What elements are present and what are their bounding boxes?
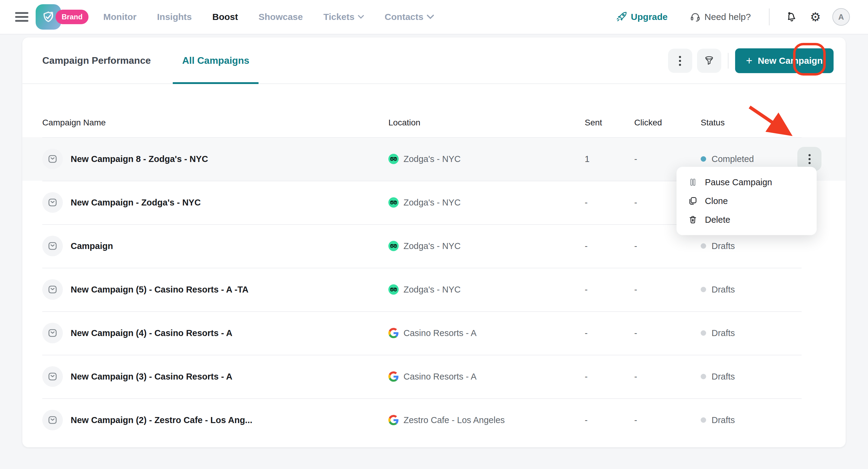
campaign-name: New Campaign (2) - Zestro Cafe - Los Ang… [71,415,252,425]
status-cell: Drafts [701,415,794,425]
location-label: Zodga's - NYC [403,241,461,251]
column-campaign-name: Campaign Name [42,118,389,127]
clicked-value: - [634,241,701,251]
hamburger-menu-icon[interactable] [15,12,28,22]
campaign-envelope-icon [42,149,63,169]
campaign-name: New Campaign 8 - Zodga's - NYC [71,154,208,164]
tab-all-campaigns[interactable]: All Campaigns [182,37,249,83]
clicked-value: - [634,154,701,164]
status-label: Drafts [712,415,735,425]
sent-value: - [585,285,634,295]
campaign-name: New Campaign (5) - Casino Resorts - A -T… [71,285,249,295]
column-status: Status [701,118,794,127]
status-label: Drafts [712,328,735,338]
rocket-icon [616,11,627,23]
tab-campaign-performance[interactable]: Campaign Performance [42,37,151,83]
campaign-envelope-icon [42,366,63,387]
location-label: Casino Resorts - A [403,328,476,338]
sent-value: - [585,372,634,382]
user-avatar[interactable]: A [832,8,850,26]
campaign-envelope-icon [42,410,63,430]
chevron-down-icon [427,14,434,20]
table-row[interactable]: New Campaign (4) - Casino Resorts - A Ca… [22,311,846,355]
table-row[interactable]: New Campaign (3) - Casino Resorts - A Ca… [22,355,846,398]
status-dot-icon [701,243,706,249]
campaign-envelope-icon [42,192,63,213]
row-context-menu: Pause Campaign Clone Delete [677,167,817,235]
context-menu-item[interactable]: Pause Campaign [677,173,817,192]
clicked-value: - [634,285,701,295]
status-cell: Drafts [701,285,794,295]
status-label: Drafts [712,372,735,382]
context-menu-item-label: Delete [705,215,730,225]
location-label: Zodga's - NYC [403,198,461,208]
clicked-value: - [634,372,701,382]
context-menu-item-label: Pause Campaign [705,177,772,187]
status-dot-icon [701,330,706,336]
headset-icon [689,11,701,23]
nav-item-contacts[interactable]: Contacts [385,12,434,22]
campaign-name: Campaign [71,241,113,251]
campaign-name: New Campaign - Zodga's - NYC [71,198,201,208]
toolbar-divider [728,53,728,68]
filter-button[interactable] [697,49,721,73]
nav-item-monitor[interactable]: Monitor [103,12,136,22]
campaign-envelope-icon [42,279,63,300]
nav-item-insights[interactable]: Insights [157,12,192,22]
pause-icon [687,177,698,188]
clicked-value: - [634,328,701,338]
nav-item-showcase[interactable]: Showcase [258,12,303,22]
google-icon [389,328,399,338]
sent-value: - [585,328,634,338]
status-dot-icon [701,374,706,379]
context-menu-item-label: Clone [705,196,728,206]
location-label: Zodga's - NYC [403,154,461,164]
sent-value: - [585,241,634,251]
tripadvisor-icon [389,241,399,251]
tripadvisor-icon [389,197,399,208]
kebab-icon [808,154,811,164]
upgrade-link[interactable]: Upgrade [616,11,668,23]
table-row[interactable]: New Campaign (2) - Zestro Cafe - Los Ang… [22,398,846,442]
table-header: Campaign Name Location Sent Clicked Stat… [22,84,846,137]
status-dot-icon [701,417,706,423]
nav-item-boost[interactable]: Boost [212,12,238,22]
tripadvisor-icon [389,154,399,164]
column-clicked: Clicked [634,118,701,127]
card-toolbar: + New Campaign [668,48,834,73]
column-sent: Sent [585,118,634,127]
context-menu-item[interactable]: Delete [677,210,817,229]
brand-badge: Brand [56,10,89,24]
campaigns-card: Campaign Performance All Campaigns + New… [22,37,846,447]
clicked-value: - [634,415,701,425]
location-label: Zodga's - NYC [403,285,461,295]
google-icon [389,415,399,425]
nav-divider [769,8,770,25]
sent-value: - [585,415,634,425]
app-logo[interactable]: Brand [36,4,86,30]
more-options-button[interactable] [668,49,692,73]
status-label: Completed [712,154,754,164]
clone-icon [687,196,698,206]
column-location: Location [389,118,585,127]
status-label: Drafts [712,241,735,251]
context-menu-item[interactable]: Clone [677,192,817,210]
chevron-down-icon [358,14,364,19]
status-cell: Completed [701,154,794,164]
table-row[interactable]: New Campaign (5) - Casino Resorts - A -T… [22,268,846,311]
status-dot-icon [701,156,706,162]
status-label: Drafts [712,285,735,295]
nav-right-cluster: Upgrade Need help? ⚙ A [616,8,850,26]
nav-item-tickets[interactable]: Tickets [323,12,364,22]
campaign-envelope-icon [42,236,63,256]
status-dot-icon [701,287,706,292]
need-help-link[interactable]: Need help? [689,11,751,23]
plus-icon: + [746,54,752,67]
new-campaign-button[interactable]: + New Campaign [735,48,834,73]
notifications-bell-icon[interactable] [784,10,799,24]
funnel-icon [703,55,715,67]
kebab-icon [679,56,681,66]
settings-gear-icon[interactable]: ⚙ [808,10,823,24]
status-cell: Drafts [701,241,794,251]
trash-icon [687,214,698,225]
